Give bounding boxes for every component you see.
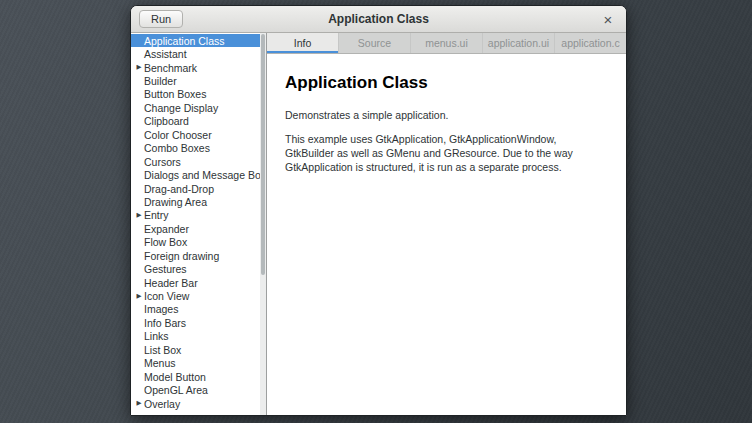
sidebar-item-label: OpenGL Area xyxy=(144,384,208,396)
sidebar-item[interactable]: Dialogs and Message Boxes xyxy=(131,168,266,181)
sidebar-item[interactable]: Drag-and-Drop xyxy=(131,182,266,195)
sidebar-item-label: Dialogs and Message Boxes xyxy=(144,169,267,181)
sidebar-item-label: Drawing Area xyxy=(144,196,207,208)
expander-icon[interactable]: ▶ xyxy=(134,400,144,407)
sidebar-item[interactable]: Model Button xyxy=(131,370,266,383)
sidebar-item[interactable]: ▶Overlay xyxy=(131,397,266,410)
expander-icon[interactable]: ▶ xyxy=(134,212,144,219)
sidebar-item-label: Cursors xyxy=(144,156,181,168)
sidebar-item[interactable]: Cursors xyxy=(131,155,266,168)
sidebar-item[interactable]: Links xyxy=(131,330,266,343)
sidebar-item[interactable]: Builder xyxy=(131,74,266,87)
sidebar-item[interactable]: Header Bar xyxy=(131,276,266,289)
sidebar-item-label: Icon View xyxy=(144,290,189,302)
sidebar-scrollbar[interactable] xyxy=(260,33,266,415)
tab-bar: InfoSourcemenus.uiapplication.uiapplicat… xyxy=(267,33,626,54)
sidebar-item-label: Images xyxy=(144,303,178,315)
sidebar-item[interactable]: ▶Entry xyxy=(131,209,266,222)
sidebar-item[interactable]: Foreign drawing xyxy=(131,249,266,262)
tab-menus-ui[interactable]: menus.ui xyxy=(411,33,483,53)
content-paragraphs: Demonstrates a simple application.This e… xyxy=(285,109,608,174)
tab-source[interactable]: Source xyxy=(339,33,411,53)
app-window: Run Application Class × Application Clas… xyxy=(130,5,627,416)
sidebar-item-label: Assistant xyxy=(144,48,187,60)
sidebar-item-label: Builder xyxy=(144,75,177,87)
sidebar-item[interactable]: Info Bars xyxy=(131,316,266,329)
sidebar-item-label: Application Class xyxy=(144,35,225,47)
sidebar-item-label: Flow Box xyxy=(144,236,187,248)
desktop-background: Run Application Class × Application Clas… xyxy=(0,0,752,423)
content-area: Application Class Demonstrates a simple … xyxy=(267,54,626,415)
sidebar-item-label: Links xyxy=(144,330,169,342)
content-paragraph: This example uses GtkApplication, GtkApp… xyxy=(285,133,608,175)
expander-icon[interactable]: ▶ xyxy=(134,293,144,300)
sidebar-item-label: Header Bar xyxy=(144,277,198,289)
sidebar-item-label: Menus xyxy=(144,357,176,369)
tab-info[interactable]: Info xyxy=(267,33,339,53)
sidebar-item[interactable]: ▶Icon View xyxy=(131,289,266,302)
sidebar: Application ClassAssistant▶BenchmarkBuil… xyxy=(131,33,267,415)
content-paragraph: Demonstrates a simple application. xyxy=(285,109,608,123)
sidebar-list: Application ClassAssistant▶BenchmarkBuil… xyxy=(131,33,266,410)
sidebar-item[interactable]: Menus xyxy=(131,357,266,370)
sidebar-item-label: Expander xyxy=(144,223,189,235)
sidebar-item-label: Gestures xyxy=(144,263,187,275)
sidebar-item[interactable]: List Box xyxy=(131,343,266,356)
sidebar-item-label: Clipboard xyxy=(144,115,189,127)
sidebar-item[interactable]: Images xyxy=(131,303,266,316)
sidebar-item[interactable]: Change Display xyxy=(131,101,266,114)
sidebar-item-label: Overlay xyxy=(144,398,180,410)
sidebar-item-label: Benchmark xyxy=(144,62,197,74)
sidebar-item-label: Info Bars xyxy=(144,317,186,329)
sidebar-item[interactable]: ▶Benchmark xyxy=(131,61,266,74)
sidebar-item[interactable]: Flow Box xyxy=(131,236,266,249)
tab-application-c[interactable]: application.c xyxy=(555,33,626,53)
sidebar-item[interactable]: Button Boxes xyxy=(131,88,266,101)
sidebar-item-label: Combo Boxes xyxy=(144,142,210,154)
sidebar-item[interactable]: Assistant xyxy=(131,47,266,60)
sidebar-item-label: Model Button xyxy=(144,371,206,383)
close-icon[interactable]: × xyxy=(598,9,618,29)
expander-icon[interactable]: ▶ xyxy=(134,64,144,71)
run-button[interactable]: Run xyxy=(139,10,183,28)
sidebar-item[interactable]: Combo Boxes xyxy=(131,142,266,155)
window-title: Application Class xyxy=(131,12,626,26)
sidebar-item-label: Foreign drawing xyxy=(144,250,219,262)
sidebar-item-label: Color Chooser xyxy=(144,129,212,141)
sidebar-item[interactable]: Expander xyxy=(131,222,266,235)
sidebar-item[interactable]: Gestures xyxy=(131,262,266,275)
sidebar-item[interactable]: Application Class xyxy=(131,34,266,47)
sidebar-item-label: List Box xyxy=(144,344,181,356)
sidebar-item-label: Entry xyxy=(144,209,169,221)
sidebar-item-label: Drag-and-Drop xyxy=(144,183,214,195)
sidebar-item[interactable]: OpenGL Area xyxy=(131,383,266,396)
sidebar-item-label: Button Boxes xyxy=(144,88,206,100)
page-title: Application Class xyxy=(285,73,608,93)
sidebar-item[interactable]: Color Chooser xyxy=(131,128,266,141)
sidebar-item[interactable]: Clipboard xyxy=(131,115,266,128)
tab-application-ui[interactable]: application.ui xyxy=(483,33,555,53)
sidebar-item-label: Change Display xyxy=(144,102,218,114)
main-pane: InfoSourcemenus.uiapplication.uiapplicat… xyxy=(267,33,626,415)
window-body: Application ClassAssistant▶BenchmarkBuil… xyxy=(131,33,626,415)
sidebar-item[interactable]: Drawing Area xyxy=(131,195,266,208)
sidebar-scrollbar-thumb[interactable] xyxy=(261,34,265,275)
headerbar: Run Application Class × xyxy=(131,6,626,33)
